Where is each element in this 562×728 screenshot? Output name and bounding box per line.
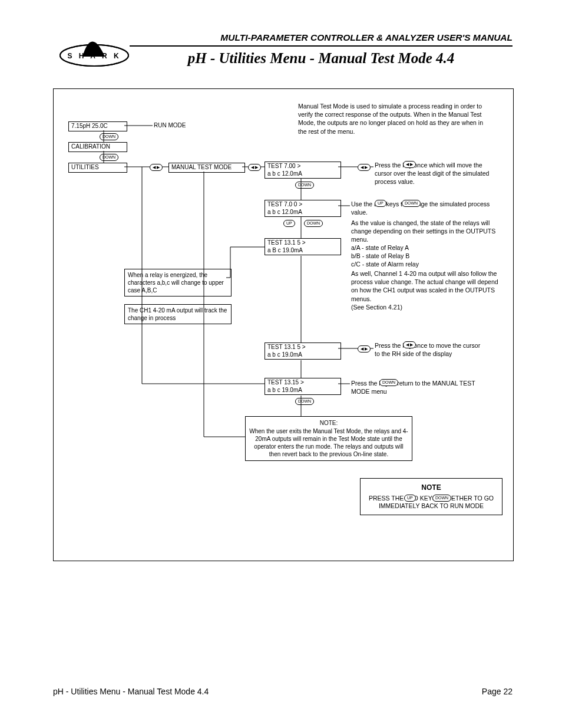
footer-right: Page 22 [482,687,513,696]
diagram-frame: Manual Test Mode is used to simulate a p… [53,88,514,561]
connectors [54,89,513,561]
footer-left: pH - Utilities Menu - Manual Test Mode 4… [53,687,209,696]
svg-text:S H A R K: S H A R K [67,52,121,60]
shark-logo: S H A R K [59,29,130,71]
page-title: pH - Utilities Menu - Manual Test Mode 4… [130,50,513,67]
manual-title: MULTI-PARAMETER CONTROLLER & ANALYZER US… [130,32,513,47]
